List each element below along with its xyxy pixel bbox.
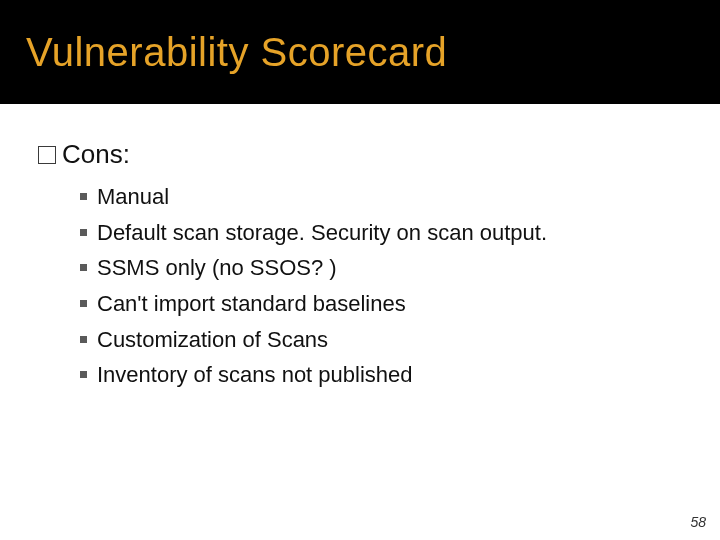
list-item: Inventory of scans not published [80,360,682,390]
square-icon [80,229,87,236]
bullet-text: Customization of Scans [97,325,328,355]
list-item: Manual [80,182,682,212]
bullet-text: Inventory of scans not published [97,360,413,390]
square-icon [80,371,87,378]
section-row: Cons: [38,139,682,170]
section-label: Cons: [62,139,130,170]
title-bar: Vulnerability Scorecard [0,0,720,104]
bullet-text: Default scan storage. Security on scan o… [97,218,547,248]
square-outline-icon [38,146,56,164]
square-icon [80,264,87,271]
slide-content: Cons: Manual Default scan storage. Secur… [0,104,720,390]
bullet-text: SSMS only (no SSOS? ) [97,253,337,283]
list-item: SSMS only (no SSOS? ) [80,253,682,283]
square-icon [80,193,87,200]
square-icon [80,336,87,343]
list-item: Default scan storage. Security on scan o… [80,218,682,248]
bullet-list: Manual Default scan storage. Security on… [80,182,682,390]
bullet-text: Can't import standard baselines [97,289,406,319]
square-icon [80,300,87,307]
slide-title: Vulnerability Scorecard [26,30,447,75]
list-item: Customization of Scans [80,325,682,355]
list-item: Can't import standard baselines [80,289,682,319]
bullet-text: Manual [97,182,169,212]
page-number: 58 [690,514,706,530]
